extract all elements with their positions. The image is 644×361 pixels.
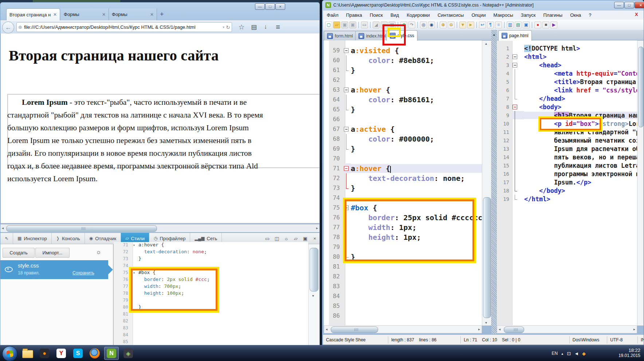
code-line-19[interactable]: 19</html> [497,195,637,203]
code-line-63[interactable]: 63a:hover { [324,85,482,95]
scrollbar-thumb[interactable] [331,326,378,333]
save-file-icon[interactable]: ▣ [341,21,348,28]
fold-margin[interactable] [512,52,524,61]
dock-window-icon[interactable]: ▣ [301,236,310,241]
devtools-vertical-scrollbar[interactable]: ▾ [308,244,319,345]
scroll-right-icon[interactable]: ▸ [478,327,480,331]
code-line-60[interactable]: 60 color: #8eb861; [324,55,482,65]
scrollbar-thumb[interactable] [483,197,491,318]
code-line-70[interactable]: 70 [324,154,482,163]
doc-switcher-icon[interactable]: ▣ [523,21,530,28]
print-icon[interactable]: ▭ [361,21,368,28]
scroll-down-icon[interactable]: ▾ [485,321,487,325]
style-css-editor[interactable]: 59a:visited {60 color: #8eb861;61}6263a:… [324,45,482,322]
code-line-65[interactable]: 65} [324,104,482,114]
right-horizontal-scrollbar[interactable]: ◂ ▸ [497,325,637,333]
scrollbar-thumb[interactable] [6,225,157,232]
code-line-4[interactable]: 4 <meta http-equiv="Content-Typ [497,69,637,78]
left-vertical-scrollbar[interactable]: ▴ ▾ [482,40,491,326]
code-line-1[interactable]: 1<!DOCTYPE html> [497,44,637,52]
code-line-59[interactable]: 59a:visited { [324,45,482,55]
dock-side-icon[interactable]: ▱ [291,236,301,241]
code-line-2[interactable]: 2<html> [497,52,637,61]
scrollbar-thumb[interactable] [638,47,644,127]
taskbar-clock[interactable]: 18:22 19.01.2015 [619,348,640,358]
tab-close-icon[interactable]: ✕ [53,12,57,17]
code-line-18[interactable]: 18 </body> [497,186,637,195]
menu-?[interactable]: ? [589,12,591,18]
maximize-button[interactable]: □ [265,3,275,10]
chevron-down-icon[interactable]: ▾ [223,25,224,29]
fold-margin[interactable] [343,85,351,95]
menu-Окна[interactable]: Окна [570,12,581,18]
reload-icon[interactable]: ↻ [226,24,230,30]
page-horizontal-scrollbar[interactable]: ◂ ▸ [0,224,319,232]
taskbar-app-skype[interactable]: S [71,347,85,360]
taskbar-app-yandex-browser[interactable]: Y [54,347,68,360]
code-line-71[interactable]: 71a:hover { [324,163,482,173]
menu-Макросы[interactable]: Макросы [494,12,513,18]
fold-margin[interactable] [512,103,524,111]
fold-margin[interactable] [512,61,524,69]
tab-close-icon[interactable]: ✕ [102,12,106,17]
scroll-left-icon[interactable]: ◂ [499,327,500,331]
save-link[interactable]: Сохранить [72,270,94,275]
language-indicator[interactable]: EN [552,351,558,356]
tab-scroll-arrow-icon[interactable]: ◂ [493,33,495,37]
minimize-button[interactable]: — [614,2,624,8]
bookmark-star-icon[interactable]: ☆ [236,22,247,32]
network-icon[interactable]: ⊡ [567,351,571,356]
browser-tab-active[interactable]: Вторая страница наш... ✕ [6,8,60,20]
code-line-7[interactable]: 7 </head> [497,94,637,103]
indent-guide-icon[interactable]: ≡ [495,21,502,28]
scroll-up-icon[interactable]: ▴ [485,41,487,45]
code-line-8[interactable]: 8 <body> [497,103,637,111]
options-gear-icon[interactable]: ☼ [96,249,102,256]
split-panel-icon[interactable]: ◫ [272,236,282,241]
scroll-down-icon[interactable]: ▾ [312,294,314,298]
code-line-62[interactable]: 62 [324,75,482,85]
document-map-icon[interactable]: ▥ [507,21,514,28]
code-line-16[interactable]: 16 программы электронной вёр [497,170,637,178]
macro-play-icon[interactable]: ▶ [550,21,557,28]
code-line-83[interactable]: 83 [324,281,482,291]
code-line-64[interactable]: 64 color: #b86161; [324,95,482,104]
devtools-tab-console[interactable]: ❭Консоль [52,233,85,244]
stylesheet-item[interactable]: style.css 18 правил. Сохранить [0,260,108,279]
menu-Опции[interactable]: Опции [471,12,486,18]
code-line-12[interactable]: 12 безымянный печатник созда [497,136,637,144]
code-line-68[interactable]: 68 color: #000000; [324,134,482,144]
menu-Поиск[interactable]: Поиск [370,12,383,18]
replace-icon[interactable]: ◉ [428,21,435,28]
back-button[interactable]: ← [2,21,14,33]
menu-Запуск[interactable]: Запуск [521,12,536,18]
fold-margin[interactable] [343,45,351,55]
taskbar-app-image-editor[interactable]: ◈ [121,347,136,360]
import-stylesheet-button[interactable]: Импорт... [35,248,70,258]
right-vertical-scrollbar[interactable] [637,40,644,326]
tab-form-html[interactable]: form.html [324,31,356,40]
url-bar[interactable]: ⊕ file:///C:/Users/Администратор/Desktop… [16,22,232,32]
sync-horizontal-icon[interactable]: ► [467,21,474,28]
cut-icon[interactable]: ◢ [373,21,380,28]
code-line-86[interactable]: 86 [324,311,482,321]
menu-Файл[interactable]: Файл [327,12,338,18]
code-line-61[interactable]: 61} [324,65,482,75]
page-html-editor[interactable]: 1<!DOCTYPE html>2<html>3 <head>4 <meta h… [497,44,637,324]
new-tab-button[interactable]: + [160,11,164,18]
visibility-eye-icon[interactable] [5,267,13,272]
code-line-71[interactable]: 71a:hover { [114,241,308,248]
scrollbar-thumb[interactable] [310,248,318,291]
console-panel-icon[interactable]: ▭ [263,236,272,241]
taskbar-app-explorer[interactable] [20,347,35,360]
scroll-left-icon[interactable]: ◂ [2,226,4,230]
close-document-x[interactable]: X [635,12,638,17]
function-list-icon[interactable]: ▤ [515,21,522,28]
code-line-15[interactable]: 15 публикация листов Letrase [497,161,637,170]
close-button[interactable]: × [635,2,644,8]
close-devtools-icon[interactable]: × [310,236,319,241]
code-line-84[interactable]: 84 [324,291,482,301]
taskbar-app-firefox[interactable] [87,347,102,360]
fold-margin[interactable] [343,124,351,134]
scrollbar-thumb[interactable] [504,326,524,333]
